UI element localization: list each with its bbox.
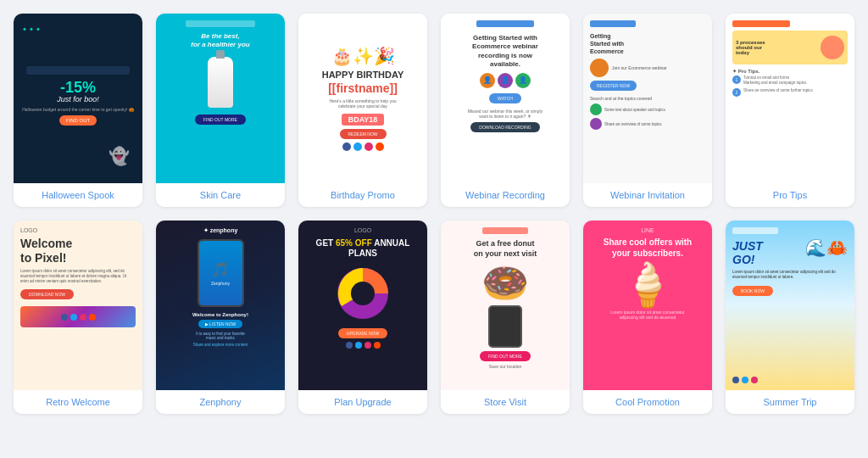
cta-button[interactable]: FIND OUT — [59, 115, 97, 126]
speaker-avatar-1: 👤 — [480, 73, 495, 88]
pt-section-title: ✦ Pro Tips. — [732, 68, 848, 74]
card-label-birthday: Birthday Promo — [298, 183, 427, 207]
card-retro-welcome[interactable]: LOGO Welcometo Pixel! Lorem ipsum dolor … — [14, 221, 142, 414]
card-summer-trip[interactable]: JUSTGO! Lorem ipsum dolor sit amet conse… — [726, 221, 854, 414]
pl-title: GET 65% OFF ANNUALPLANS — [316, 238, 410, 259]
cp-description: Lorem ipsum dolor sit amet consecteturad… — [610, 310, 685, 320]
card-plan-upgrade[interactable]: LOGO GET 65% OFF ANNUALPLANS UPGRADE NOW… — [298, 221, 427, 414]
wi-avatar-row: Join our Ecommerce webinar — [590, 59, 705, 77]
card-label-webinar: Webinar Recording — [441, 183, 570, 207]
zp-phone-frame: 🎵 Zenphony — [198, 239, 244, 307]
pt-tip-num-1: 1 — [732, 75, 741, 84]
cp-logo: LINE — [641, 227, 654, 233]
pl-discount: 65% OFF — [336, 238, 372, 248]
sv-donut-illustration: 🍩 — [481, 264, 529, 302]
card-pro-tips[interactable]: 3 processesshould ourtoday ✦ Pro Tips. 1… — [726, 14, 854, 207]
card-label-summer: Summer Trip — [726, 390, 854, 414]
sv-cta-button[interactable]: FIND OUT MORE — [480, 351, 531, 361]
sc-logo — [186, 20, 255, 27]
pl-facebook-icon[interactable] — [346, 342, 353, 349]
card-preview-halloween: -15% Just for boo! Halloween budget arou… — [14, 14, 142, 183]
instagram-icon[interactable] — [364, 142, 373, 151]
card-halloween-spook[interactable]: -15% Just for boo! Halloween budget arou… — [14, 14, 142, 207]
zp-music-icon: 🎵 — [212, 261, 229, 277]
card-preview-zenphony: ✦ zenphony 🎵 Zenphony Welcome to Zenphon… — [156, 221, 285, 390]
card-preview-protips: 3 processesshould ourtoday ✦ Pro Tips. 1… — [726, 14, 854, 183]
rt-instagram-icon[interactable] — [80, 314, 86, 321]
facebook-icon[interactable] — [342, 142, 351, 151]
st-instagram-icon[interactable] — [751, 377, 758, 383]
card-label-protips: Pro Tips — [726, 183, 854, 207]
rt-twitter-icon[interactable] — [70, 314, 77, 321]
speaker-avatar-3: 👤 — [515, 73, 531, 88]
card-preview-retro: LOGO Welcometo Pixel! Lorem ipsum dolor … — [14, 221, 142, 390]
card-preview-skincare: Be the best,for a healthier you FIND OUT… — [156, 14, 285, 183]
rt-facebook-icon[interactable] — [61, 314, 68, 321]
rt-download-button[interactable]: DOWNLOAD NOW — [20, 289, 74, 299]
bd-social-links — [342, 142, 384, 151]
wi-logo — [590, 20, 636, 27]
svg-point-1 — [351, 282, 375, 305]
pt-tip-1: 1 Tutorial on email and formsMarketing a… — [732, 75, 848, 86]
st-facebook-icon[interactable] — [732, 377, 739, 383]
rt-description: Lorem ipsum dolor sit amet consectetur a… — [20, 269, 136, 285]
card-webinar-invitation[interactable]: GettingStarted withEcommerce Join our Ec… — [583, 14, 712, 207]
sv-title: Get a free donuton your next visit — [474, 239, 537, 259]
template-grid: -15% Just for boo! Halloween budget arou… — [14, 14, 854, 414]
sv-logo — [482, 227, 528, 234]
st-twitter-icon[interactable] — [742, 377, 748, 383]
pinterest-icon[interactable] — [376, 142, 384, 151]
st-description: Lorem ipsum dolor sit amet consectetur a… — [732, 270, 848, 281]
card-label-cool: Cool Promotion — [583, 390, 712, 414]
pl-upgrade-button[interactable]: UPGRADE NOW — [338, 328, 387, 338]
zp-description: It is easy to find your favoritemusic an… — [196, 332, 244, 340]
pt-tip-text-1: Tutorial on email and formsMarketing and… — [743, 75, 806, 86]
wb-logo — [476, 20, 534, 27]
zp-title: Welcome to Zenphony! — [192, 312, 248, 317]
st-logo — [732, 227, 778, 234]
pl-pinterest-icon[interactable] — [374, 342, 381, 349]
sc-cta-button[interactable]: FIND OUT MORE — [195, 114, 246, 125]
wi-description: Search and at the topics covered — [590, 96, 705, 101]
card-preview-birthday: 🎂✨🎉 HAPPY BIRTHDAY [[firstname]] Here's … — [298, 14, 427, 183]
zp-cta-button[interactable]: ▶ LISTEN NOW — [198, 320, 243, 328]
wi-speaker-name: Join our Ecommerce webinar — [612, 65, 667, 70]
zp-link[interactable]: Share and explore more content — [193, 343, 248, 347]
rt-title: Welcometo Pixel! — [20, 237, 136, 265]
wb-download-button[interactable]: DOWNLOAD RECORDING — [470, 122, 539, 132]
card-cool-promotion[interactable]: LINE Share cool offers withyour subscrib… — [583, 221, 712, 414]
rt-pinterest-icon[interactable] — [89, 314, 96, 321]
wi-speaker-row-2: Share an overview of some topics — [590, 118, 705, 130]
card-store-visit[interactable]: Get a free donuton your next visit 🍩 FIN… — [441, 221, 570, 414]
cp-popsicle-illustration: 🍦 — [621, 264, 674, 306]
bd-cta-button[interactable]: REDEEM NOW — [340, 129, 387, 139]
description-text: Halloween budget around the corner time … — [22, 107, 134, 112]
wi-speaker-row-1: Some text about speaker and topics — [590, 103, 705, 115]
wi-speaker-small-1 — [590, 103, 602, 115]
card-webinar-recording[interactable]: Getting Started withEcommerce webinarrec… — [441, 14, 570, 207]
card-skin-care[interactable]: Be the best,for a healthier you FIND OUT… — [156, 14, 285, 207]
wi-avatar-1 — [590, 59, 609, 77]
bd-description: Here's a little something to help youcel… — [329, 98, 396, 109]
twitter-icon[interactable] — [353, 142, 362, 151]
ghost-icon: 👻 — [108, 146, 130, 166]
pt-tip-text-2: Share an overview of some further topics — [743, 88, 813, 93]
pt-banner: 3 processesshould ourtoday — [732, 31, 848, 64]
discount-text: -15% — [60, 80, 96, 95]
card-zenphony[interactable]: ✦ zenphony 🎵 Zenphony Welcome to Zenphon… — [156, 221, 285, 414]
wi-title: GettingStarted withEcommerce — [590, 32, 705, 55]
wb-watch-button[interactable]: WATCH — [489, 93, 521, 103]
card-preview-webinar-inv: GettingStarted withEcommerce Join our Ec… — [583, 14, 712, 183]
rt-logo: LOGO — [20, 227, 136, 233]
card-label-plan: Plan Upgrade — [298, 390, 427, 414]
stars-decoration: ✦ ✦ ✦ — [22, 26, 41, 33]
st-social-links — [732, 377, 848, 383]
card-birthday-promo[interactable]: 🎂✨🎉 HAPPY BIRTHDAY [[firstname]] Here's … — [298, 14, 427, 207]
card-label-retro: Retro Welcome — [14, 390, 142, 414]
pl-instagram-icon[interactable] — [364, 342, 371, 349]
st-book-button[interactable]: BOOK NOW — [732, 286, 773, 296]
pl-twitter-icon[interactable] — [355, 342, 362, 349]
zp-logo: ✦ zenphony — [203, 227, 238, 234]
wi-register-button[interactable]: REGISTER NOW — [590, 81, 637, 91]
bd-title: HAPPY BIRTHDAY — [322, 70, 404, 80]
